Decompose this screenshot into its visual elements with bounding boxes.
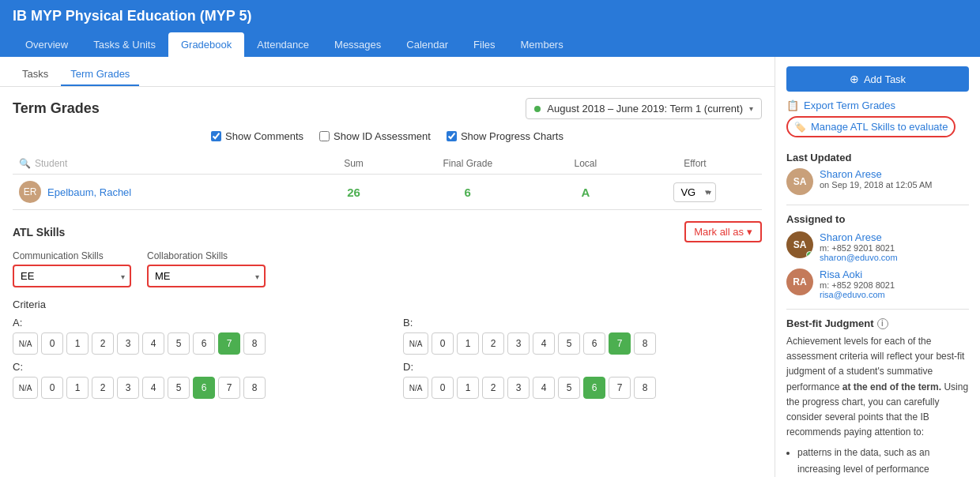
score-8-a[interactable]: 8 — [243, 332, 266, 355]
score-1-c[interactable]: 1 — [66, 377, 89, 399]
col-sum: Sum — [315, 153, 392, 175]
score-2-b[interactable]: 2 — [482, 332, 504, 355]
score-3-c[interactable]: 3 — [117, 377, 139, 399]
content-body: Term Grades August 2018 – June 2019: Ter… — [0, 87, 775, 416]
criteria-d-scores: N/A 0 1 2 3 4 5 6 7 8 — [403, 377, 762, 399]
term-grades-title: Term Grades — [13, 100, 100, 117]
best-fit-title-text: Best-fit Judgment — [786, 317, 874, 329]
student-table: 🔍 Student Sum Final Grade Local Effort — [13, 153, 762, 210]
student-name[interactable]: Epelbaum, Rachel — [47, 186, 131, 198]
search-student[interactable]: 🔍 Student — [19, 158, 308, 169]
criteria-group-a: A: N/A 0 1 2 3 4 5 6 7 8 — [13, 317, 371, 355]
score-na-c[interactable]: N/A — [13, 377, 38, 399]
score-4-b[interactable]: 4 — [533, 332, 555, 355]
score-0-a[interactable]: 0 — [41, 332, 63, 355]
score-7-b[interactable]: 7 — [609, 332, 631, 355]
score-2-d[interactable]: 2 — [482, 377, 504, 399]
last-updated-title: Last Updated — [786, 152, 969, 163]
tab-tasks-units[interactable]: Tasks & Units — [81, 32, 168, 57]
info-icon[interactable]: i — [877, 318, 888, 329]
risa-email[interactable]: risa@eduvo.com — [820, 290, 895, 299]
tab-gradebook[interactable]: Gradebook — [168, 32, 244, 57]
score-3-d[interactable]: 3 — [507, 377, 530, 399]
subtab-term-grades[interactable]: Term Grades — [61, 63, 139, 86]
term-arrow: ▾ — [749, 104, 753, 113]
effort-select[interactable]: VG EE ME — [673, 182, 716, 202]
score-6-b[interactable]: 6 — [583, 332, 605, 355]
main-layout: Tasks Term Grades Term Grades August 201… — [0, 57, 980, 477]
score-0-d[interactable]: 0 — [432, 377, 454, 399]
score-8-d[interactable]: 8 — [634, 377, 656, 399]
tab-calendar[interactable]: Calendar — [394, 32, 461, 57]
show-id-checkbox[interactable] — [319, 131, 330, 141]
communication-skills-select[interactable]: EE ME AE — [13, 265, 131, 287]
tab-messages[interactable]: Messages — [322, 32, 394, 57]
sharon-email[interactable]: sharon@eduvo.com — [820, 253, 898, 262]
score-0-b[interactable]: 0 — [432, 332, 454, 355]
term-grades-header: Term Grades August 2018 – June 2019: Ter… — [13, 98, 762, 119]
score-4-d[interactable]: 4 — [533, 377, 555, 399]
score-2-a[interactable]: 2 — [92, 332, 114, 355]
score-7-d[interactable]: 7 — [609, 377, 631, 399]
score-1-d[interactable]: 1 — [457, 377, 479, 399]
tab-attendance[interactable]: Attendance — [244, 32, 322, 57]
criteria-row-cd: C: N/A 0 1 2 3 4 5 6 7 8 — [13, 361, 762, 399]
best-fit-bullet-1: patterns in the data, such as an increas… — [797, 445, 969, 477]
score-6-c[interactable]: 6 — [193, 377, 215, 399]
criteria-row-ab: A: N/A 0 1 2 3 4 5 6 7 8 — [13, 317, 762, 355]
show-id-assessment-option[interactable]: Show ID Assessment — [319, 130, 431, 142]
score-8-b[interactable]: 8 — [634, 332, 656, 355]
score-4-a[interactable]: 4 — [142, 332, 164, 355]
show-progress-charts-option[interactable]: Show Progress Charts — [447, 130, 564, 142]
term-selector[interactable]: August 2018 – June 2019: Term 1 (current… — [526, 98, 762, 119]
nav-tabs: Overview Tasks & Units Gradebook Attenda… — [0, 32, 980, 57]
add-task-icon: ⊕ — [850, 73, 859, 85]
tab-members[interactable]: Members — [508, 32, 576, 57]
score-1-a[interactable]: 1 — [66, 332, 89, 355]
score-5-b[interactable]: 5 — [558, 332, 580, 355]
student-avatar: ER — [19, 181, 41, 203]
last-updated-name[interactable]: Sharon Arese — [820, 168, 933, 180]
score-5-d[interactable]: 5 — [558, 377, 580, 399]
collaboration-skills-select[interactable]: ME EE AE — [147, 265, 266, 287]
term-dot — [534, 106, 541, 112]
score-3-b[interactable]: 3 — [507, 332, 530, 355]
score-6-a[interactable]: 6 — [193, 332, 215, 355]
add-task-button[interactable]: ⊕ Add Task — [786, 66, 969, 92]
atl-title: ATL Skills — [13, 226, 65, 238]
manage-skills-link[interactable]: 🏷️ Manage ATL Skills to evaluate — [786, 116, 956, 137]
score-1-b[interactable]: 1 — [457, 332, 479, 355]
collaboration-skills-label: Collaboration Skills — [147, 250, 266, 261]
best-fit-text: Achievement levels for each of the asses… — [786, 334, 969, 477]
score-5-c[interactable]: 5 — [168, 377, 190, 399]
criteria-title: Criteria — [13, 299, 762, 310]
score-5-a[interactable]: 5 — [168, 332, 190, 355]
score-2-c[interactable]: 2 — [92, 377, 114, 399]
mark-all-button[interactable]: Mark all as ▾ — [684, 221, 762, 242]
score-7-a[interactable]: 7 — [218, 332, 240, 355]
tab-files[interactable]: Files — [461, 32, 507, 57]
risa-name[interactable]: Risa Aoki — [820, 269, 895, 280]
show-comments-checkbox[interactable] — [211, 131, 221, 141]
assignee-risa: RA Risa Aoki m: +852 9208 8021 risa@eduv… — [786, 269, 969, 299]
score-4-c[interactable]: 4 — [142, 377, 164, 399]
score-6-d[interactable]: 6 — [583, 377, 605, 399]
tab-overview[interactable]: Overview — [13, 32, 81, 57]
score-na-a[interactable]: N/A — [13, 332, 38, 355]
student-effort[interactable]: VG EE ME ▾ — [628, 175, 762, 210]
content-area: Tasks Term Grades Term Grades August 201… — [0, 57, 775, 477]
score-na-b[interactable]: N/A — [403, 332, 428, 355]
score-7-c[interactable]: 7 — [218, 377, 240, 399]
manage-skills-label: Manage ATL Skills to evaluate — [811, 121, 948, 133]
show-progress-charts-checkbox[interactable] — [447, 131, 457, 141]
subtab-tasks[interactable]: Tasks — [13, 63, 58, 86]
score-na-d[interactable]: N/A — [403, 377, 428, 399]
show-comments-option[interactable]: Show Comments — [211, 130, 303, 142]
sharon-name[interactable]: Sharon Arese — [820, 231, 898, 243]
score-3-a[interactable]: 3 — [117, 332, 139, 355]
export-term-link[interactable]: 📋 Export Term Grades — [786, 100, 969, 111]
criteria-section: Criteria A: N/A 0 1 2 3 4 — [13, 299, 762, 399]
sub-tabs: Tasks Term Grades — [0, 57, 775, 87]
score-8-c[interactable]: 8 — [243, 377, 266, 399]
score-0-c[interactable]: 0 — [41, 377, 63, 399]
